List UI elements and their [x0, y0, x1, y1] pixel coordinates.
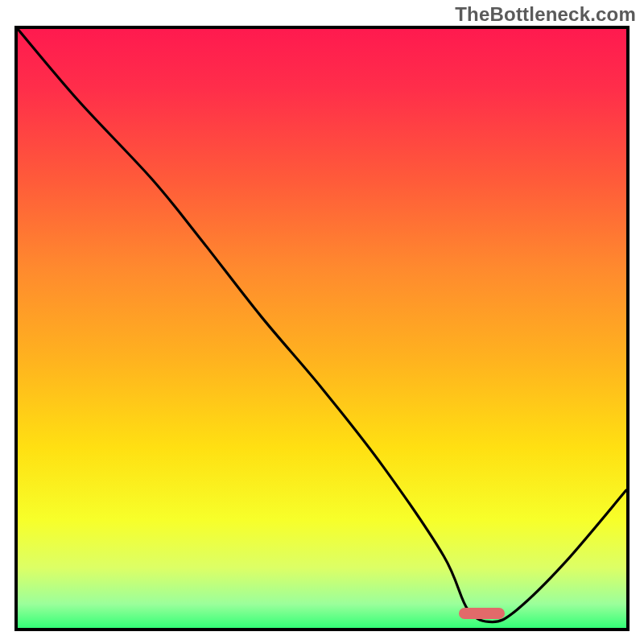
- bottleneck-curve: [18, 29, 626, 622]
- watermark-text: TheBottleneck.com: [455, 3, 636, 26]
- curve-layer: [18, 29, 626, 628]
- optimal-range-marker: [459, 608, 505, 619]
- plot-frame: [14, 26, 630, 631]
- chart-container: TheBottleneck.com: [0, 0, 644, 644]
